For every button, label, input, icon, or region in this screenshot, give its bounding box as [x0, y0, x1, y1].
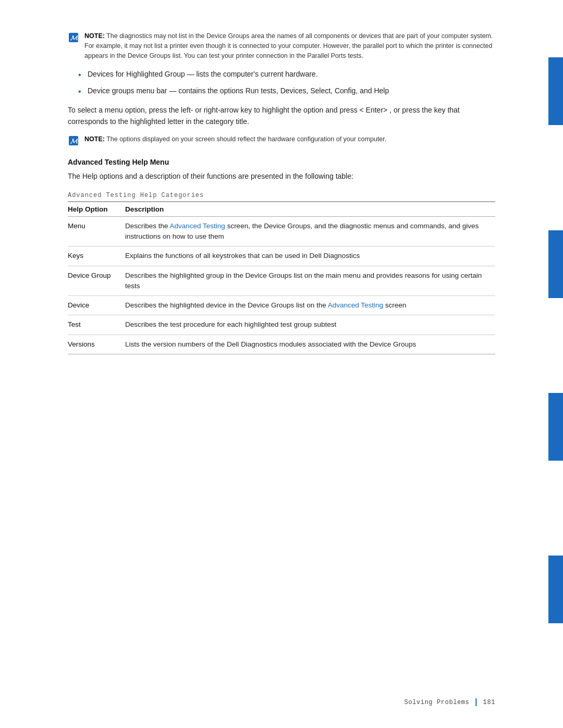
table-header-row: Help Option Description — [68, 202, 495, 217]
footer-text: Solving Problems — [405, 699, 470, 706]
link-advanced-testing-menu[interactable]: Advanced Testing — [170, 222, 225, 230]
col-header-option: Help Option — [68, 202, 125, 217]
note-body-2: The options displayed on your screen sho… — [106, 135, 386, 143]
table-row: Device Group Describes the highlighted g… — [68, 266, 495, 296]
help-table: Help Option Description Menu Describes t… — [68, 201, 495, 354]
footer: Solving Problems | 181 — [405, 698, 495, 707]
table-row: Test Describes the test procedure for ea… — [68, 315, 495, 335]
note-text-2: NOTE: The options displayed on your scre… — [84, 134, 386, 144]
note-block-2: 𝓜 NOTE: The options displayed on your sc… — [68, 134, 495, 146]
note-icon-2: 𝓜 — [68, 135, 79, 146]
footer-separator: | — [473, 698, 479, 707]
note-label-1: NOTE: — [84, 32, 105, 40]
desc-cell-test: Describes the test procedure for each hi… — [125, 315, 495, 335]
note-block-1: 𝓜 NOTE: The diagnostics may not list in … — [68, 31, 495, 60]
option-cell-device: Device — [68, 296, 125, 315]
table-row: Versions Lists the version numbers of th… — [68, 335, 495, 354]
table-row: Menu Describes the Advanced Testing scre… — [68, 216, 495, 246]
section-heading: Advanced Testing Help Menu — [68, 158, 495, 166]
svg-text:𝓜: 𝓜 — [70, 137, 78, 145]
note-text-1: NOTE: The diagnostics may not list in th… — [84, 31, 495, 60]
desc-cell-keys: Explains the functions of all keystrokes… — [125, 246, 495, 266]
bullet-item-2: Device groups menu bar — contains the op… — [78, 85, 495, 97]
footer-page-num: 181 — [483, 699, 495, 706]
desc-cell-device-group: Describes the highlighted group in the D… — [125, 266, 495, 296]
option-cell-menu: Menu — [68, 216, 125, 246]
side-tab-3 — [548, 393, 563, 461]
bullet-item-1: Devices for Highlighted Group — lists th… — [78, 69, 495, 80]
table-title: Advanced Testing Help Categories — [68, 192, 495, 199]
note-label-2: NOTE: — [84, 135, 105, 143]
desc-cell-versions: Lists the version numbers of the Dell Di… — [125, 335, 495, 354]
col-header-description: Description — [125, 202, 495, 217]
table-row: Device Describes the highlighted device … — [68, 296, 495, 315]
option-cell-versions: Versions — [68, 335, 125, 354]
side-tabs — [548, 0, 563, 728]
side-tab-1 — [548, 57, 563, 125]
note-body-1: The diagnostics may not list in the Devi… — [84, 32, 493, 59]
desc-cell-menu: Describes the Advanced Testing screen, t… — [125, 216, 495, 246]
body-paragraph-1: To select a menu option, press the left-… — [68, 104, 495, 128]
option-cell-device-group: Device Group — [68, 266, 125, 296]
option-cell-test: Test — [68, 315, 125, 335]
svg-text:𝓜: 𝓜 — [70, 34, 78, 42]
link-advanced-testing-device[interactable]: Advanced Testing — [328, 301, 383, 309]
table-row: Keys Explains the functions of all keyst… — [68, 246, 495, 266]
side-tab-2 — [548, 230, 563, 298]
side-tab-4 — [548, 556, 563, 623]
note-icon-1: 𝓜 — [68, 32, 79, 43]
page-container: 𝓜 NOTE: The diagnostics may not list in … — [0, 0, 563, 728]
desc-cell-device: Describes the highlighted device in the … — [125, 296, 495, 315]
section-body: The Help options and a description of th… — [68, 170, 495, 182]
bullet-list: Devices for Highlighted Group — lists th… — [78, 69, 495, 96]
option-cell-keys: Keys — [68, 246, 125, 266]
